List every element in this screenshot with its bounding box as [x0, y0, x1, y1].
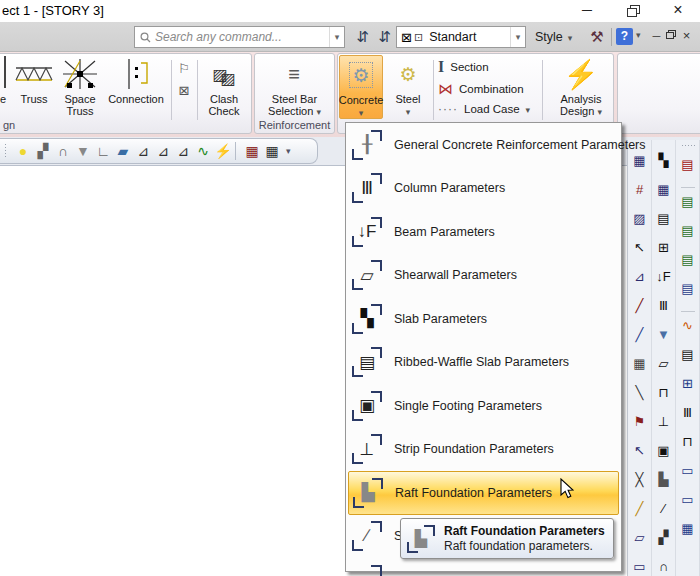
- ribbed-slab-small-icon[interactable]: ▤: [654, 205, 674, 234]
- raft-small-icon[interactable]: ▙: [654, 466, 674, 495]
- rainbow-analysis-icon[interactable]: ∿: [678, 312, 698, 341]
- highlighter-icon[interactable]: ╱: [630, 495, 650, 524]
- select-net-icon[interactable]: ⊠: [174, 81, 194, 101]
- menu-item-column-parameters[interactable]: Ⅲ Column Parameters: [346, 167, 621, 211]
- combination-button[interactable]: ⋈ Combination: [438, 80, 524, 98]
- angle-tool-icon[interactable]: ∟: [93, 141, 113, 161]
- quick-access-toolbar: Search any command... ▾ ⇵ ⇵ ⊠ ⊡ Standart…: [0, 22, 700, 52]
- menu-item-general-concrete-reinforcement-parameters[interactable]: ╂ General Concrete Reinforcement Paramet…: [346, 123, 621, 167]
- toolbar-overflow-icon[interactable]: ▾: [286, 146, 291, 156]
- pointer-icon[interactable]: ↖: [630, 437, 650, 466]
- steel-bar-selection-button[interactable]: ≡ Steel BarSelection: [257, 55, 332, 118]
- footing-small-icon[interactable]: ⊥: [654, 408, 674, 437]
- menu-item-single-footing-parameters[interactable]: ▣ Single Footing Parameters: [346, 384, 621, 428]
- table-report-icon[interactable]: ▦: [678, 515, 698, 544]
- solid-model-tool-icon[interactable]: ▰: [113, 141, 133, 161]
- mdi-close-button[interactable]: ×: [680, 27, 693, 45]
- section-report-icon[interactable]: ⊓: [678, 428, 698, 457]
- pen-icon[interactable]: ╲: [630, 379, 650, 408]
- report-green-1-icon[interactable]: ▤: [678, 188, 698, 217]
- page-icon[interactable]: ▱: [630, 524, 650, 553]
- ramp-icon[interactable]: ▞: [654, 524, 674, 553]
- restore-button[interactable]: [618, 0, 648, 20]
- search-input[interactable]: Search any command... ▾: [134, 26, 345, 48]
- partial-button[interactable]: e: [0, 55, 10, 105]
- menu-item-raft-foundation-parameters[interactable]: ▙ Raft Foundation Parameters: [348, 471, 619, 515]
- brush-red-icon[interactable]: ╱: [630, 292, 650, 321]
- shearwall-small-icon[interactable]: ▱: [654, 350, 674, 379]
- concrete-button[interactable]: ⚙ Concrete: [339, 55, 383, 119]
- region-select-icon[interactable]: ▨: [630, 205, 650, 234]
- clash-check-button[interactable]: ▨▨ ClashCheck: [200, 55, 248, 117]
- mdi-minimize-button[interactable]: ─: [650, 27, 663, 45]
- menu-item-beam-parameters[interactable]: ↓F Beam Parameters: [346, 210, 621, 254]
- lasso-select-icon[interactable]: ⊿: [630, 263, 650, 292]
- flag-select-icon[interactable]: ⚑: [630, 408, 650, 437]
- load-case-button[interactable]: ···· Load Case: [438, 102, 530, 116]
- dome-small-icon[interactable]: ∩: [654, 553, 674, 576]
- channel-icon[interactable]: ⊓: [654, 379, 674, 408]
- chart-p-tool-icon[interactable]: ⊿: [153, 141, 173, 161]
- toolbar-grip[interactable]: [4, 143, 8, 159]
- plate-icon[interactable]: ▣: [654, 437, 674, 466]
- menu-item-strip-foundation-parameters[interactable]: ⊥ Strip Foundation Parameters: [346, 428, 621, 472]
- dome-tool-icon[interactable]: ∩: [53, 141, 73, 161]
- truss-button[interactable]: Truss: [12, 55, 56, 105]
- small-grid-icon[interactable]: ▦: [630, 350, 650, 379]
- menu-item-slab-parameters[interactable]: ▚ Slab Parameters: [346, 297, 621, 341]
- chart-tool-icon[interactable]: ⊿: [133, 141, 153, 161]
- column-section-icon[interactable]: Ⅲ: [654, 292, 674, 321]
- stair-tool-icon[interactable]: ▞: [33, 141, 53, 161]
- beam-load-icon[interactable]: ↓F: [654, 263, 674, 292]
- minimize-button[interactable]: ─: [572, 0, 602, 20]
- doc-new-icon[interactable]: ▭: [630, 553, 650, 576]
- style-tool-icon[interactable]: ⚒: [586, 26, 608, 48]
- report-green-2-icon[interactable]: ▤: [678, 217, 698, 246]
- style-dropdown[interactable]: Style: [531, 26, 576, 48]
- select-flag-icon[interactable]: ⚐: [174, 59, 194, 79]
- report-blue-icon[interactable]: ▤: [678, 275, 698, 304]
- chart-q-tool-icon[interactable]: ⊿: [173, 141, 193, 161]
- mdi-restore-button[interactable]: [664, 27, 677, 45]
- column-report-icon[interactable]: Ⅲ: [678, 399, 698, 428]
- bolt-tool-icon[interactable]: ⚡: [213, 141, 233, 161]
- waffle-grid-icon[interactable]: ▦: [654, 176, 674, 205]
- space-truss-button[interactable]: SpaceTruss: [57, 55, 103, 117]
- pedestal-icon[interactable]: ▼: [654, 321, 674, 350]
- connection-icon: [123, 55, 149, 93]
- report-green-3-icon[interactable]: ▤: [678, 246, 698, 275]
- slab-small-icon[interactable]: ▚: [654, 147, 674, 176]
- report-red-icon[interactable]: ▤: [678, 151, 698, 180]
- steel-button[interactable]: ⚙ Steel: [386, 55, 430, 117]
- window-report-2-icon[interactable]: ▭: [678, 486, 698, 515]
- layer-forward-icon[interactable]: ⇵: [352, 26, 373, 48]
- toolbar-grip[interactable]: [681, 144, 695, 148]
- table-tool-icon[interactable]: ▦: [262, 141, 282, 161]
- lamp-tool-icon[interactable]: ●: [13, 141, 33, 161]
- waffle-block-icon[interactable]: ⊞: [654, 234, 674, 263]
- connection-button[interactable]: Connection: [104, 55, 168, 105]
- analysis-design-button[interactable]: ⚡ AnalysisDesign: [549, 55, 613, 118]
- brush-blue-icon[interactable]: ╱: [630, 321, 650, 350]
- stair-small-icon[interactable]: ∕: [654, 495, 674, 524]
- standart-dropdown-arrow-icon[interactable]: ▾: [510, 27, 525, 47]
- close-button[interactable]: ×: [663, 0, 693, 20]
- stack-report-icon[interactable]: ⊞: [678, 370, 698, 399]
- node-edit-icon[interactable]: #: [630, 176, 650, 205]
- search-dropdown-arrow-icon[interactable]: ▾: [329, 27, 344, 47]
- erase-icon[interactable]: ╳: [630, 466, 650, 495]
- layer-backward-icon[interactable]: ⇵: [374, 26, 395, 48]
- plumb-tool-icon[interactable]: ▼: [73, 141, 93, 161]
- beam-report-icon[interactable]: ▤: [678, 341, 698, 370]
- standart-select[interactable]: ⊠ ⊡ Standart ▾: [396, 26, 526, 48]
- section-button[interactable]: I Section: [438, 58, 489, 76]
- help-dropdown-arrow-icon[interactable]: ▾: [636, 30, 641, 40]
- window-report-1-icon[interactable]: ▭: [678, 457, 698, 486]
- table-red-tool-icon[interactable]: ▦: [242, 141, 262, 161]
- menu-item-ribbed-waffle-slab-parameters[interactable]: ▤ Ribbed-Waffle Slab Parameters: [346, 341, 621, 385]
- menu-item-shearwall-parameters[interactable]: ▱ Shearwall Parameters: [346, 254, 621, 298]
- menu-item-partial[interactable]: ∩: [346, 558, 621, 576]
- analysis-curve-tool-icon[interactable]: ∿: [193, 141, 213, 161]
- pick-arrow-icon[interactable]: ↖: [630, 234, 650, 263]
- help-button[interactable]: ?: [616, 28, 633, 45]
